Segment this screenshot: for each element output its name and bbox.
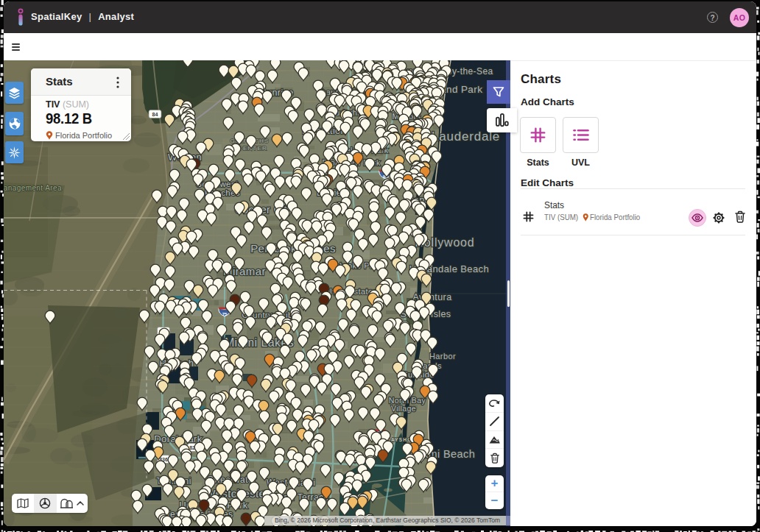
- svg-text:84: 84: [152, 112, 158, 117]
- svg-text:Harbor: Harbor: [429, 352, 456, 361]
- svg-text:75: 75: [222, 312, 228, 316]
- svg-text:Village: Village: [391, 404, 416, 413]
- svg-text:Management Area: Management Area: [4, 184, 62, 192]
